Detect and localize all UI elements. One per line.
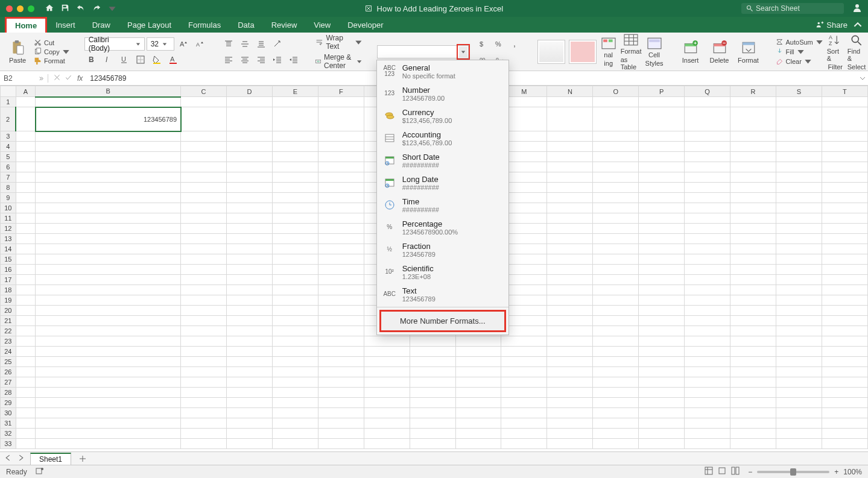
cell[interactable] bbox=[730, 142, 776, 152]
cell[interactable] bbox=[226, 203, 272, 213]
cell[interactable] bbox=[730, 172, 776, 183]
cell[interactable] bbox=[822, 107, 867, 131]
cell[interactable] bbox=[226, 131, 272, 142]
cell[interactable] bbox=[730, 439, 776, 449]
cell[interactable] bbox=[501, 336, 547, 347]
cell[interactable] bbox=[776, 429, 822, 439]
number-format-option[interactable]: Currency$123,456,789.00 bbox=[377, 105, 508, 127]
cell[interactable] bbox=[593, 107, 639, 131]
cell[interactable] bbox=[36, 336, 181, 347]
cell[interactable] bbox=[547, 162, 593, 172]
row-header[interactable]: 23 bbox=[1, 336, 16, 347]
column-header[interactable]: D bbox=[226, 86, 272, 97]
cell[interactable] bbox=[501, 418, 547, 429]
cell[interactable] bbox=[181, 388, 227, 398]
row-header[interactable]: 31 bbox=[1, 418, 16, 429]
decrease-font-button[interactable]: A bbox=[192, 37, 207, 51]
align-center-button[interactable] bbox=[238, 53, 252, 66]
cell[interactable] bbox=[226, 183, 272, 193]
cell[interactable] bbox=[410, 347, 455, 357]
cell[interactable] bbox=[730, 275, 776, 285]
cell[interactable] bbox=[36, 213, 181, 224]
cell[interactable] bbox=[685, 347, 730, 357]
column-header[interactable]: R bbox=[730, 86, 776, 97]
cell[interactable] bbox=[822, 295, 867, 306]
cell[interactable] bbox=[822, 193, 867, 203]
comma-format-button[interactable]: , bbox=[508, 37, 523, 51]
row-header[interactable]: 2 bbox=[1, 107, 16, 131]
cell[interactable] bbox=[16, 295, 36, 306]
column-header[interactable]: S bbox=[776, 86, 822, 97]
cell[interactable] bbox=[16, 162, 36, 172]
cell[interactable] bbox=[639, 244, 685, 254]
cell[interactable] bbox=[685, 142, 730, 152]
cell[interactable] bbox=[318, 142, 364, 152]
cell[interactable] bbox=[36, 347, 181, 357]
style-normal[interactable] bbox=[537, 40, 565, 64]
cell[interactable] bbox=[730, 388, 776, 398]
tab-view[interactable]: View bbox=[305, 17, 339, 33]
cell[interactable] bbox=[364, 388, 410, 398]
cell[interactable] bbox=[272, 162, 318, 172]
cell[interactable] bbox=[776, 306, 822, 316]
cell[interactable] bbox=[822, 142, 867, 152]
cell[interactable] bbox=[685, 213, 730, 224]
row-header[interactable]: 25 bbox=[1, 357, 16, 367]
cell[interactable] bbox=[547, 336, 593, 347]
cell[interactable] bbox=[822, 203, 867, 213]
cell[interactable] bbox=[547, 408, 593, 418]
cell[interactable] bbox=[730, 357, 776, 367]
cell[interactable] bbox=[547, 97, 593, 107]
row-header[interactable]: 1 bbox=[1, 97, 16, 107]
close-window-icon[interactable] bbox=[6, 5, 13, 12]
cell[interactable] bbox=[181, 224, 227, 234]
cell[interactable] bbox=[547, 357, 593, 367]
cell[interactable] bbox=[639, 408, 685, 418]
cell[interactable] bbox=[685, 398, 730, 408]
cell[interactable] bbox=[181, 429, 227, 439]
cell[interactable] bbox=[685, 224, 730, 234]
cell[interactable] bbox=[272, 295, 318, 306]
cell[interactable] bbox=[16, 254, 36, 265]
cell[interactable] bbox=[36, 224, 181, 234]
cell[interactable] bbox=[639, 275, 685, 285]
wrap-text-button[interactable]: Wrap Text bbox=[315, 34, 363, 51]
paste-button[interactable]: Paste bbox=[5, 40, 30, 64]
cell[interactable] bbox=[318, 367, 364, 377]
cell[interactable] bbox=[730, 285, 776, 295]
cell[interactable] bbox=[547, 254, 593, 265]
cell[interactable] bbox=[272, 316, 318, 326]
cell[interactable] bbox=[776, 213, 822, 224]
cell[interactable] bbox=[730, 224, 776, 234]
find-select-button[interactable]: Find &Select bbox=[847, 33, 866, 71]
number-format-option[interactable]: Accounting$123,456,789.00 bbox=[377, 127, 508, 149]
cell[interactable] bbox=[501, 429, 547, 439]
cell[interactable] bbox=[16, 316, 36, 326]
cell[interactable] bbox=[36, 275, 181, 285]
cell[interactable] bbox=[730, 295, 776, 306]
conditional-formatting-button[interactable]: naling bbox=[600, 37, 617, 67]
column-header[interactable]: E bbox=[272, 86, 318, 97]
next-sheet-button[interactable] bbox=[17, 454, 24, 463]
cell[interactable] bbox=[181, 398, 227, 408]
cell[interactable] bbox=[181, 183, 227, 193]
cell[interactable] bbox=[318, 224, 364, 234]
cell[interactable] bbox=[272, 275, 318, 285]
cell[interactable] bbox=[547, 316, 593, 326]
increase-indent-button[interactable] bbox=[287, 53, 301, 66]
column-header[interactable]: C bbox=[181, 86, 227, 97]
tab-draw[interactable]: Draw bbox=[84, 17, 119, 33]
cell[interactable] bbox=[730, 408, 776, 418]
cell[interactable] bbox=[272, 285, 318, 295]
cell[interactable] bbox=[455, 429, 501, 439]
cell[interactable] bbox=[455, 357, 501, 367]
cell[interactable] bbox=[364, 418, 410, 429]
cell[interactable] bbox=[16, 398, 36, 408]
cell[interactable] bbox=[272, 193, 318, 203]
cell[interactable] bbox=[547, 326, 593, 336]
cell[interactable] bbox=[776, 203, 822, 213]
cell[interactable] bbox=[822, 234, 867, 244]
cell[interactable] bbox=[410, 357, 455, 367]
cell[interactable] bbox=[181, 234, 227, 244]
cell[interactable] bbox=[16, 336, 36, 347]
